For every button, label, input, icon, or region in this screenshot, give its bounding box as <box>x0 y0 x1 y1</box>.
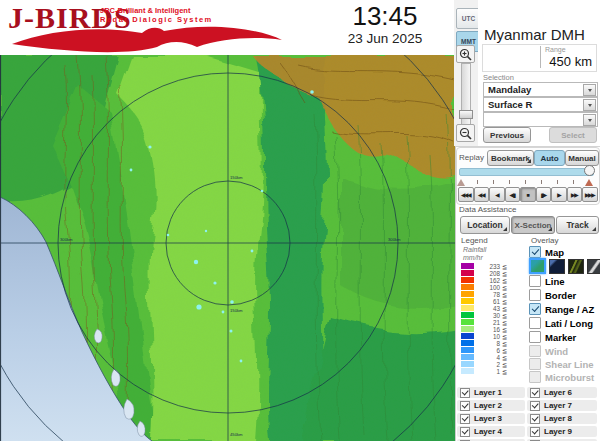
overlay-item-range-az[interactable]: Range / AZ <box>529 303 594 315</box>
product-dropdown-button[interactable] <box>583 99 596 111</box>
playback-stop-button[interactable]: ■ <box>520 187 536 202</box>
check-icon <box>531 247 539 255</box>
legend-value: 100 ≦ <box>475 284 507 291</box>
map-style-dark-topo[interactable] <box>568 259 584 274</box>
swatch-texture <box>588 260 600 273</box>
overlay-item-border[interactable]: Border <box>529 289 576 301</box>
playback-play-button[interactable]: ▶ <box>551 187 567 202</box>
layer-toggle-9[interactable]: Layer 9 <box>527 426 597 437</box>
overlay-item-microburst: Microburst <box>529 371 594 383</box>
legend-value: 162 ≦ <box>475 277 507 284</box>
track-button[interactable]: Track <box>556 216 599 234</box>
marker-checkbox[interactable] <box>529 331 541 343</box>
layer-toggle-4[interactable]: Layer 4 <box>457 426 525 437</box>
overlay-item-label: Marker <box>545 332 576 343</box>
microburst-checkbox <box>529 371 541 383</box>
product-dropdown-value: Surface R <box>488 99 532 110</box>
playback-fast-forward-button[interactable]: ▶▶ <box>567 187 583 202</box>
check-icon <box>462 401 469 408</box>
overlay-item-lati-long[interactable]: Lati / Long <box>529 317 593 329</box>
layer-toggle-6[interactable]: Layer 6 <box>527 387 597 398</box>
slider-start-marker-icon <box>457 179 465 186</box>
playback-fast-rewind-button[interactable]: ◀◀ <box>474 187 490 202</box>
layer-toggle-3[interactable]: Layer 3 <box>457 413 525 424</box>
check-icon <box>532 414 539 421</box>
layer-toggle-7[interactable]: Layer 7 <box>527 400 597 411</box>
site-dropdown-button[interactable] <box>583 84 596 96</box>
svg-text:300km: 300km <box>60 237 73 242</box>
layer-7-checkbox[interactable] <box>530 401 540 411</box>
radar-map[interactable]: 150km 300km 150km 300km 450km <box>0 55 457 441</box>
legend-color-swatch <box>461 270 474 276</box>
overlay-item-label: Microburst <box>545 372 594 383</box>
legend-value: 1 ≦ <box>475 368 507 375</box>
manual-button[interactable]: Manual <box>565 150 599 166</box>
legend-value: 6 ≦ <box>475 347 507 354</box>
map-style-gray-topo[interactable] <box>587 259 600 274</box>
playback-jump-end-button[interactable]: ▶▶▶ <box>582 187 598 202</box>
map-style-dark-blue[interactable] <box>549 259 565 274</box>
svg-text:150km: 150km <box>230 175 243 180</box>
layer-label: Layer 6 <box>544 388 572 397</box>
check-icon <box>462 414 469 421</box>
map-style-terrain[interactable] <box>529 258 546 274</box>
overlay-item-marker[interactable]: Marker <box>529 331 576 343</box>
auto-button[interactable]: Auto <box>534 150 565 166</box>
layer-4-checkbox[interactable] <box>460 427 470 437</box>
layer-toggle-8[interactable]: Layer 8 <box>527 413 597 424</box>
map-style-swatches <box>529 260 600 272</box>
zoom-in-button[interactable] <box>456 45 475 63</box>
legend-color-swatch <box>461 361 474 367</box>
xsection-button[interactable]: X-Section <box>511 216 555 234</box>
layer-toggle-1[interactable]: Layer 1 <box>457 387 525 398</box>
layer-label: Layer 1 <box>474 388 502 397</box>
zoom-slider-thumb[interactable] <box>459 110 473 119</box>
overlay-item-label: Line <box>545 276 565 287</box>
map-checkbox[interactable] <box>529 246 541 258</box>
layer-8-checkbox[interactable] <box>530 414 540 424</box>
site-dropdown-value: Mandalay <box>488 84 531 95</box>
location-button[interactable]: Location <box>460 216 510 234</box>
track-button-label: Track <box>566 220 588 230</box>
legend-value: 16 ≦ <box>475 326 507 333</box>
legend-entry: 1 ≦ <box>461 368 507 375</box>
range-az-checkbox[interactable] <box>529 303 541 315</box>
layer-1-checkbox[interactable] <box>460 388 470 398</box>
bookmark-button[interactable]: Bookmark <box>487 150 534 166</box>
overlay-item-map[interactable]: Map <box>529 246 564 258</box>
overlay-item-line[interactable]: Line <box>529 275 565 287</box>
previous-button[interactable]: Previous <box>483 127 531 143</box>
layer-6-checkbox[interactable] <box>530 388 540 398</box>
layer-9-checkbox[interactable] <box>530 427 540 437</box>
layer-3-checkbox[interactable] <box>460 414 470 424</box>
playback-play-reverse-button[interactable]: ◀ <box>489 187 505 202</box>
check-icon <box>531 304 539 312</box>
playback-step-forward-button[interactable]: ▮▶ <box>536 187 552 202</box>
layer-label: Layer 9 <box>544 427 572 436</box>
legend-color-swatch <box>461 354 474 360</box>
slider-tick <box>509 180 510 184</box>
layer-2-checkbox[interactable] <box>460 401 470 411</box>
replay-slider-track[interactable] <box>459 168 594 176</box>
svg-text:150km: 150km <box>230 308 243 313</box>
extra-dropdown[interactable] <box>483 112 598 127</box>
extra-dropdown-button[interactable] <box>583 114 596 126</box>
playback-jump-start-button[interactable]: ◀◀◀ <box>458 187 474 202</box>
replay-slider-thumb[interactable] <box>584 165 595 176</box>
layer-toggle-2[interactable]: Layer 2 <box>457 400 525 411</box>
line-checkbox[interactable] <box>529 275 541 287</box>
check-icon <box>462 427 469 434</box>
swatch-texture <box>569 260 583 273</box>
site-dropdown[interactable]: Mandalay <box>483 82 598 97</box>
product-dropdown[interactable]: Surface R <box>483 97 598 112</box>
wind-checkbox <box>529 345 541 357</box>
overlay-label: Overlay <box>531 236 559 245</box>
border-checkbox[interactable] <box>529 289 541 301</box>
legend-value: 30 ≦ <box>475 312 507 319</box>
lati-long-checkbox[interactable] <box>529 317 541 329</box>
zoom-out-button[interactable] <box>456 124 475 142</box>
chevron-down-icon <box>588 119 592 122</box>
shear-line-checkbox <box>529 358 541 370</box>
select-button[interactable]: Select <box>549 127 597 143</box>
playback-step-back-button[interactable]: ◀▮ <box>505 187 521 202</box>
